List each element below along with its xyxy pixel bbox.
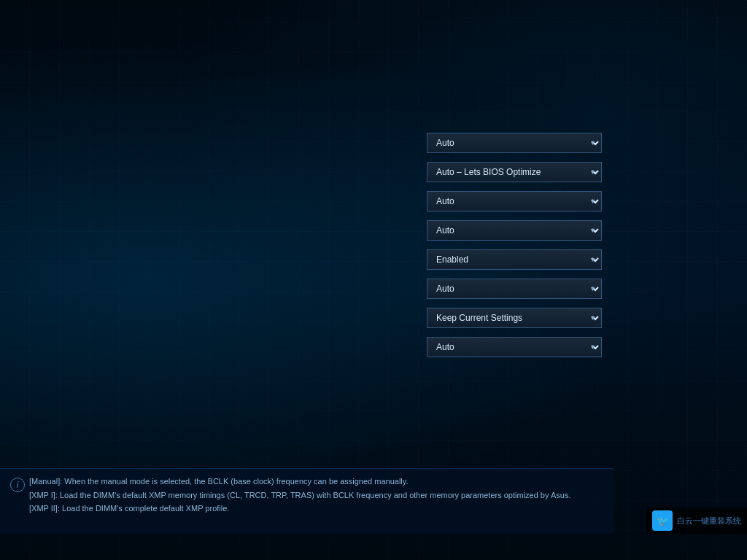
setting-value-dram-freq[interactable]: Auto DDR4-2133MHz DDR4-2400MHz DDR4-2666…: [427, 279, 602, 299]
setting-value-oc-tuner[interactable]: Keep Current Settings OK OC Tuning: [427, 308, 602, 328]
dropdown-oc-tuner[interactable]: Keep Current Settings OK OC Tuning: [427, 308, 602, 328]
setting-value-power-saving[interactable]: Auto Enabled Disabled: [427, 337, 602, 357]
info-line-3: [XMP II]: Load the DIMM's complete defau…: [29, 502, 602, 516]
watermark-text: 白云一键重装系统: [677, 516, 741, 526]
bottom-info-panel: i [Manual]: When the manual mode is sele…: [0, 468, 614, 534]
dropdown-ai-overclock[interactable]: Auto Manual XMP I XMP II: [427, 133, 602, 153]
setting-value-svid[interactable]: Auto Typical Scenario Best-Case Scenario…: [427, 191, 602, 211]
dropdown-dram-odd[interactable]: Enabled Disabled: [427, 249, 602, 270]
info-icon: i: [10, 478, 25, 492]
dropdown-dram-freq[interactable]: Auto DDR4-2133MHz DDR4-2400MHz DDR4-2666…: [427, 279, 602, 299]
watermark-area: 🐦 白云一键重装系统: [646, 508, 747, 534]
info-text-area: [Manual]: When the manual mode is select…: [29, 475, 602, 516]
dropdown-power-saving[interactable]: Auto Enabled Disabled: [427, 337, 602, 357]
dropdown-multicore[interactable]: Auto – Lets BIOS Optimize Disabled Enabl…: [427, 162, 602, 182]
info-line-1: [Manual]: When the manual mode is select…: [29, 475, 602, 489]
setting-value-cpu-ratio[interactable]: Auto Sync All Cores Per Core: [427, 220, 602, 241]
info-line-2: [XMP I]: Load the DIMM's default XMP mem…: [29, 489, 602, 502]
dropdown-svid[interactable]: Auto Typical Scenario Best-Case Scenario…: [427, 191, 602, 211]
setting-value-dram-odd[interactable]: Enabled Disabled: [427, 249, 602, 270]
twitter-icon: 🐦: [652, 510, 673, 531]
setting-value-ai-overclock[interactable]: Auto Manual XMP I XMP II: [427, 133, 602, 153]
setting-value-multicore[interactable]: Auto – Lets BIOS Optimize Disabled Enabl…: [427, 162, 602, 182]
dropdown-cpu-ratio[interactable]: Auto Sync All Cores Per Core: [427, 220, 602, 241]
